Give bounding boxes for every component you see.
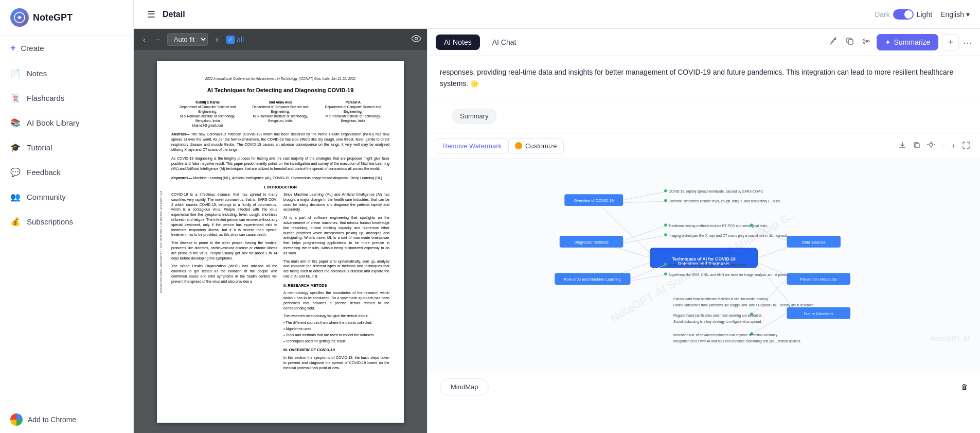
remove-watermark-button[interactable]: Remove Watermark [436, 138, 508, 153]
pdf-two-col-intro: COVID-19 is a infectious disease, that h… [171, 192, 389, 370]
ai-tools-right: − + [897, 140, 972, 152]
author1-name: Kshitij C Karne [171, 100, 244, 105]
language-selector[interactable]: English ▾ [940, 10, 970, 19]
zoom-out-mindmap[interactable]: − [940, 140, 947, 151]
keywords-text: Machine Learning (ML), Artificial Intell… [193, 176, 382, 180]
toggle-thumb [904, 10, 913, 19]
customize-label: Customize [525, 142, 557, 150]
zoom-in-mindmap[interactable]: + [950, 140, 957, 151]
pdf-zoom-in-button[interactable]: + [212, 33, 222, 46]
pdf-back-button[interactable]: ‹ [140, 33, 149, 46]
svg-text:COVID-19: rapidly spread world: COVID-19: rapidly spread worldwide, caus… [669, 189, 763, 194]
pdf-authors: Kshitij C Karne Department of Computer S… [171, 100, 389, 128]
sidebar: NoteGPT + Create 📄 Notes 🃏 Flashcards 📚 … [0, 0, 134, 433]
theme-switch[interactable] [893, 9, 914, 20]
app-logo: NoteGPT [0, 0, 133, 36]
copy-mindmap-button[interactable] [911, 140, 922, 152]
summarize-label: Summarize [894, 38, 931, 46]
share-button[interactable] [860, 35, 872, 49]
logo-icon [10, 8, 29, 27]
topbar: ☰ Detail Dark Light English ▾ [134, 0, 980, 29]
sidebar-item-label-notes: Notes [27, 69, 47, 78]
sidebar-item-tutorial[interactable]: 🎓 Tutorial [0, 135, 133, 160]
pdf-author-2: Sini Anna Alex Department of Computer Sc… [244, 100, 316, 128]
section3-text: In this section the symptoms of COVID-19… [283, 355, 389, 370]
create-button[interactable]: + Create [0, 36, 133, 61]
mindmap-button[interactable]: MindMap [440, 378, 489, 395]
theme-toggle: Dark Light [875, 9, 932, 20]
download-button[interactable] [897, 140, 908, 152]
pdf-eye-button[interactable] [412, 35, 421, 44]
ai-tools-bar: Remove Watermark Customize [427, 133, 980, 159]
add-to-chrome-button[interactable]: Add to Chrome [0, 406, 133, 433]
sidebar-item-community[interactable]: 👥 Community [0, 184, 133, 209]
svg-text:Techniques of AI for COVID-19: Techniques of AI for COVID-19 [672, 256, 736, 261]
svg-text:Increased use of advanced data: Increased use of advanced datasets can i… [673, 333, 778, 337]
community-icon: 👥 [10, 192, 21, 202]
summarize-button[interactable]: ✦ Summarize [877, 34, 939, 50]
more-options-button[interactable]: ··· [963, 37, 972, 48]
svg-rect-2 [848, 40, 853, 44]
author1-inst: M S Ramaiah Institute of Technology, [171, 114, 244, 118]
ai-panel-actions: ✦ Summarize + ··· [827, 34, 972, 50]
add-panel-button[interactable]: + [942, 34, 959, 50]
delete-button[interactable]: 🗑 [961, 383, 968, 391]
page-title: Detail [163, 10, 185, 19]
fullscreen-button[interactable] [960, 140, 972, 152]
author2-inst: M S Ramaiah Institute of Technology, [244, 114, 316, 118]
svg-text:Clinical data from healthcare : Clinical data from healthcare facilities… [673, 297, 769, 301]
svg-line-32 [631, 265, 665, 279]
svg-line-14 [623, 192, 665, 200]
intro-text-1: COVID-19 is a infectious disease, that h… [171, 192, 277, 237]
svg-point-24 [664, 223, 667, 227]
pdf-keywords: Keywords— Machine Learning (ML), Artific… [171, 176, 389, 181]
pdf-content[interactable]: 978-1-6654-1257-9/22/$31.00 ©2022 IEEE |… [134, 50, 427, 433]
copy-button[interactable] [844, 35, 856, 49]
chrome-icon [10, 413, 23, 426]
svg-point-33 [664, 263, 667, 266]
svg-point-27 [664, 233, 667, 236]
menu-toggle-button[interactable]: ☰ [144, 7, 158, 22]
sidebar-item-notes[interactable]: 📄 Notes [0, 61, 133, 85]
summary-chip[interactable]: Summary [452, 109, 496, 124]
pdf-section3-title: III. OVERVIEW OF COVID-19 [283, 348, 389, 353]
section2-text: A methodology specifies the boundaries o… [283, 290, 389, 310]
pdf-toolbar: ‹ − Auto fit 50% 75% 100% 125% + ✓ all [134, 29, 427, 50]
ai-book-library-icon: 📚 [10, 117, 21, 128]
svg-point-7 [930, 143, 933, 146]
sidebar-item-label-feedback: Feedback [27, 168, 61, 177]
svg-point-4 [863, 39, 865, 41]
summary-chip-area: Summary [427, 99, 980, 133]
right-col-text-3: The main aim of this paper is to systema… [283, 259, 389, 279]
tab-ai-chat[interactable]: AI Chat [484, 34, 525, 50]
sidebar-item-label-tutorial: Tutorial [27, 143, 52, 152]
tab-ai-notes[interactable]: AI Notes [436, 34, 480, 50]
topbar-right: Dark Light English ▾ [875, 9, 970, 20]
sidebar-item-label-ai-book-library: AI Book Library [27, 118, 80, 127]
dark-label: Dark [875, 10, 890, 19]
wand-button[interactable] [827, 35, 840, 49]
section2-text2: The research methodology will give the d… [283, 314, 389, 319]
svg-line-26 [623, 236, 665, 243]
pdf-right-col: Since Machine Learning (ML) and Artifici… [283, 192, 389, 370]
create-plus-icon: + [10, 43, 16, 54]
pdf-zoom-select[interactable]: Auto fit 50% 75% 100% 125% [167, 33, 208, 46]
sidebar-nav: 📄 Notes 🃏 Flashcards 📚 AI Book Library 🎓… [0, 61, 133, 406]
sidebar-item-feedback[interactable]: 💬 Feedback [0, 160, 133, 184]
sidebar-item-ai-book-library[interactable]: 📚 AI Book Library [0, 110, 133, 135]
svg-line-17 [623, 201, 665, 202]
svg-text:Data Sources: Data Sources [802, 240, 826, 245]
svg-point-42 [750, 223, 753, 227]
language-chevron: ▾ [966, 10, 970, 19]
svg-point-18 [664, 199, 667, 202]
pdf-abstract: Abstract— The new Coronavirus infection … [171, 132, 389, 152]
all-checkbox[interactable]: ✓ [226, 36, 235, 44]
svg-text:Imaging techniques like X-rays: Imaging techniques like X-rays and CT sc… [669, 234, 789, 238]
sidebar-item-subscriptions[interactable]: 💰 Subscriptions [0, 209, 133, 234]
sidebar-item-flashcards[interactable]: 🃏 Flashcards [0, 85, 133, 110]
summary-paragraph: responses, providing real-time data and … [440, 66, 968, 90]
customize-button[interactable]: Customize [508, 138, 563, 153]
location-button[interactable] [925, 140, 937, 152]
sidebar-item-label-community: Community [27, 193, 66, 201]
pdf-zoom-out-button[interactable]: − [153, 33, 163, 46]
